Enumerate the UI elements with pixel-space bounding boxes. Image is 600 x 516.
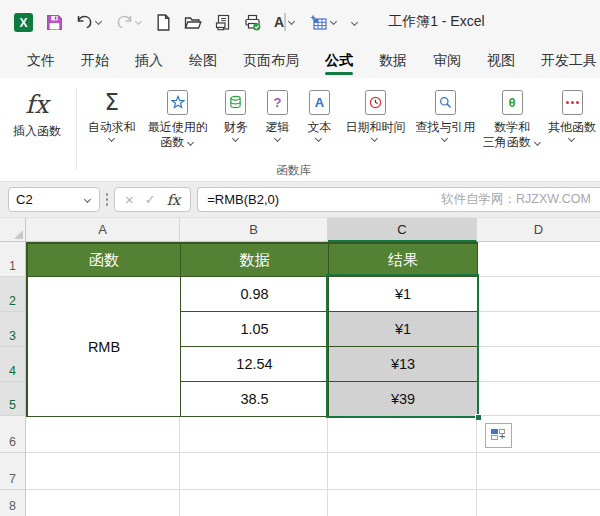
- formula-bar-grip: [100, 198, 114, 201]
- new-file-icon[interactable]: [156, 14, 171, 31]
- gridline: [26, 452, 600, 453]
- formula-bar: C2 × ✓ fx =RMB(B2,0) 软件自学网：RJZXW.COM: [0, 182, 600, 218]
- worksheet-grid: A B C D 1 2 3 4 5 6 7 8: [0, 218, 600, 516]
- cell-b3[interactable]: 1.05: [181, 312, 328, 346]
- formula-text: =RMB(B2,0): [207, 192, 279, 207]
- text-book-icon: A: [309, 90, 330, 115]
- tab-page-layout[interactable]: 页面布局: [230, 46, 312, 78]
- insert-function-icon[interactable]: fx: [167, 192, 181, 208]
- tab-review[interactable]: 审阅: [420, 46, 474, 78]
- ribbon-tab-bar: 文件 开始 插入 绘图 页面布局 公式 数据 审阅 视图 开发工具 帮助: [0, 44, 600, 78]
- tab-insert[interactable]: 插入: [122, 46, 176, 78]
- redo-dropdown-icon: [135, 18, 143, 26]
- watermark-text: 软件自学网：RJZXW.COM: [441, 191, 591, 208]
- ribbon-function-library: fx 插入函数 Σ 自动求和 最近使用的 函数 财务 ? 逻辑: [0, 78, 600, 182]
- row-header-6[interactable]: 6: [0, 416, 26, 453]
- excel-logo-icon: X: [14, 13, 33, 32]
- undo-button[interactable]: [76, 14, 103, 30]
- tab-formulas[interactable]: 公式: [312, 46, 366, 78]
- column-header-c[interactable]: C: [328, 218, 477, 242]
- row-header-3[interactable]: 3: [0, 312, 26, 347]
- gridline: [26, 489, 600, 490]
- row-header-4[interactable]: 4: [0, 347, 26, 382]
- enter-icon[interactable]: ✓: [145, 192, 156, 207]
- row-header-2[interactable]: 2: [0, 277, 26, 312]
- rmb-example-table: 函数 数据 结果 RMB 0.98 1.05 12.54 38.5 ¥1 ¥1 …: [26, 242, 478, 417]
- cell-a2-a5-merged[interactable]: RMB: [28, 277, 180, 416]
- row-header-7[interactable]: 7: [0, 453, 26, 490]
- financial-functions-button[interactable]: 财务: [215, 83, 257, 143]
- name-box[interactable]: C2: [8, 187, 100, 212]
- tab-home[interactable]: 开始: [68, 46, 122, 78]
- cell-b1[interactable]: 数据: [181, 244, 328, 276]
- name-box-dropdown-icon[interactable]: [84, 196, 92, 204]
- ellipsis-book-icon: [562, 90, 583, 115]
- clock-book-icon: [365, 90, 386, 115]
- math-trig-functions-button[interactable]: θ 数学和 三角函数: [480, 83, 544, 150]
- cell-c5[interactable]: ¥39: [329, 382, 477, 416]
- coins-book-icon: [225, 90, 246, 115]
- column-header-b[interactable]: B: [180, 218, 328, 242]
- recently-used-functions-button[interactable]: 最近使用的 函数: [141, 83, 215, 150]
- autofill-options-icon: +: [491, 429, 506, 442]
- question-book-icon: ?: [267, 90, 288, 115]
- cancel-icon[interactable]: ×: [125, 192, 134, 207]
- lookup-reference-functions-button[interactable]: 查找与引用: [410, 83, 480, 143]
- formula-input[interactable]: =RMB(B2,0) 软件自学网：RJZXW.COM: [197, 187, 600, 212]
- insert-function-button[interactable]: fx 插入函数: [4, 83, 70, 139]
- cell-c1[interactable]: 结果: [329, 244, 477, 276]
- more-functions-button[interactable]: 其他函数: [544, 83, 600, 143]
- tab-developer[interactable]: 开发工具: [528, 46, 600, 78]
- cell-b2[interactable]: 0.98: [181, 277, 328, 311]
- print-preview-icon[interactable]: [215, 14, 231, 31]
- search-book-icon: [435, 90, 456, 115]
- more-commands-button[interactable]: [351, 13, 359, 31]
- cell-b5[interactable]: 38.5: [181, 382, 328, 416]
- row-header-8[interactable]: 8: [0, 490, 26, 516]
- cell-b4[interactable]: 12.54: [181, 347, 328, 381]
- font-color-button[interactable]: A: [274, 16, 296, 28]
- open-folder-icon[interactable]: [184, 15, 202, 30]
- column-header-d[interactable]: D: [477, 218, 600, 242]
- save-icon[interactable]: [46, 14, 63, 31]
- fx-icon: fx: [25, 90, 48, 119]
- table-style-button[interactable]: [309, 14, 338, 31]
- star-book-icon: [167, 90, 188, 115]
- column-header-a[interactable]: A: [26, 218, 180, 242]
- table-style-dropdown-icon[interactable]: [330, 18, 338, 26]
- formula-buttons: × ✓ fx: [114, 187, 191, 212]
- cell-c2-active[interactable]: ¥1: [329, 277, 477, 311]
- print-icon[interactable]: [244, 14, 261, 31]
- ribbon-divider: [76, 88, 77, 170]
- autofill-options-button[interactable]: +: [485, 423, 512, 448]
- excel-window: X A: [0, 0, 600, 516]
- cell-c3[interactable]: ¥1: [329, 312, 477, 346]
- undo-dropdown-icon[interactable]: [95, 18, 103, 26]
- sigma-icon: Σ: [105, 89, 120, 115]
- logical-functions-button[interactable]: ? 逻辑: [257, 83, 299, 143]
- row-header-1[interactable]: 1: [0, 242, 26, 277]
- fill-handle[interactable]: [475, 414, 482, 421]
- cell-c4[interactable]: ¥13: [329, 347, 477, 381]
- tab-data[interactable]: 数据: [366, 46, 420, 78]
- window-title: 工作簿1 - Excel: [388, 13, 484, 31]
- cell-a1[interactable]: 函数: [28, 244, 180, 276]
- autosum-button[interactable]: Σ 自动求和: [83, 83, 141, 143]
- svg-text:X: X: [19, 16, 27, 30]
- cells-area: 函数 数据 结果 RMB 0.98 1.05 12.54 38.5 ¥1 ¥1 …: [26, 242, 600, 516]
- tab-file[interactable]: 文件: [14, 46, 68, 78]
- text-functions-button[interactable]: A 文本: [299, 83, 341, 143]
- date-time-functions-button[interactable]: 日期和时间: [340, 83, 410, 143]
- title-bar: X A: [0, 0, 600, 44]
- row-headers: 1 2 3 4 5 6 7 8: [0, 242, 26, 516]
- tab-view[interactable]: 视图: [474, 46, 528, 78]
- column-headers: A B C D: [26, 218, 600, 242]
- tab-draw[interactable]: 绘图: [176, 46, 230, 78]
- theta-book-icon: θ: [502, 90, 523, 115]
- row-header-5[interactable]: 5: [0, 382, 26, 416]
- name-box-value: C2: [16, 192, 33, 207]
- font-color-dropdown-icon[interactable]: [288, 18, 296, 26]
- redo-button[interactable]: [116, 14, 143, 30]
- function-library-group-label: 函数库: [0, 163, 587, 178]
- select-all-button[interactable]: [0, 218, 26, 242]
